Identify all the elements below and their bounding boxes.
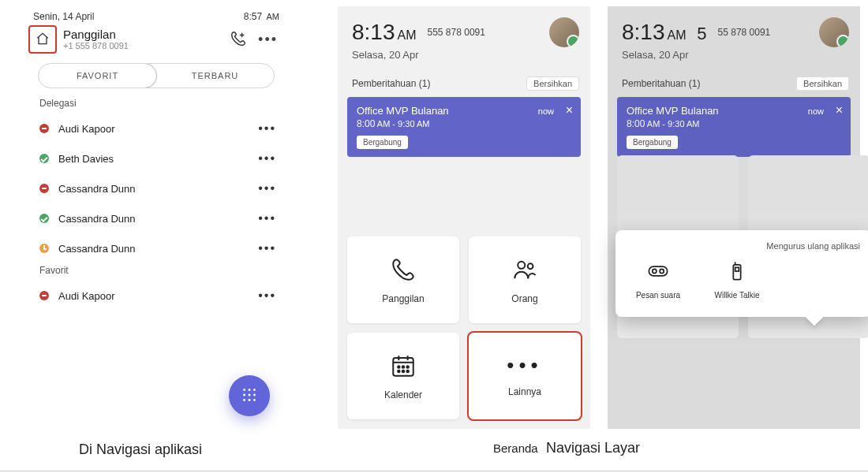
contact-row[interactable]: Cassandra Dunn ••• [25,233,287,263]
svg-point-4 [249,393,251,396]
svg-rect-29 [735,267,739,271]
svg-point-5 [253,393,256,396]
svg-point-16 [402,370,405,372]
close-icon[interactable]: × [566,103,573,117]
home-screen-popover: 8:13AM 5 55 878 0091 Selasa, 20 Apr Pemb… [608,6,860,429]
tab-recent[interactable]: TERBARU [156,64,274,88]
more-icon: ••• [507,355,542,375]
new-call-icon[interactable] [230,30,247,50]
contact-row[interactable]: Beth Davies ••• [25,143,287,173]
tile-calls[interactable]: Panggilan [347,236,459,323]
overflow-icon[interactable]: ••• [258,32,278,48]
page-title: Panggilan [63,28,129,42]
tile-more[interactable]: ••• Lainnya [469,333,581,419]
svg-point-0 [243,389,245,391]
close-icon[interactable]: × [836,103,843,117]
tile-calendar[interactable]: Kalender [347,333,459,419]
row-overflow-icon[interactable]: ••• [258,121,276,136]
tile-placeholder [617,155,739,242]
contact-row[interactable]: Cassandra Dunn ••• [25,173,287,203]
bottom-divider [0,471,868,471]
phone-icon [390,256,417,293]
notifications-label: Pemberitahuan (1) [352,78,430,89]
caption-left: Di Navigasi aplikasi [79,441,202,458]
meeting-card[interactable]: Office MVP Bulanan 8:00 AM - 9:30 AM now… [347,97,581,157]
people-icon [511,256,538,293]
notifications-header: Pemberitahuan (1) Bersihkan [608,70,860,94]
svg-point-1 [249,389,251,391]
tab-favorites[interactable]: FAVORIT [38,63,157,88]
walkie-talkie-icon [726,260,748,291]
notif-count: 5 [697,24,706,43]
svg-point-7 [249,398,251,400]
dialpad-fab[interactable] [229,375,270,416]
notifications-header: Pemberitahuan (1) Bersihkan [338,70,590,94]
clear-button[interactable]: Bersihkan [796,76,849,91]
svg-point-12 [398,366,400,368]
status-bar: Senin, 14 April 8:57 AM [25,6,287,22]
status-time: 8:57 AM [244,11,279,22]
presence-available-icon [39,214,49,223]
popover-heading[interactable]: Mengurus ulang aplikasi [627,241,860,251]
join-button[interactable]: Bergabung [357,136,408,149]
tile-people[interactable]: Orang [469,236,581,323]
tab-bar: FAVORIT TERBARU [38,63,275,88]
svg-point-8 [253,398,256,400]
section-favorites: Favorit [25,263,287,281]
clock: 8:13AM 5 [622,20,707,45]
caption-right: Navigasi Layar [546,440,640,456]
popover-item-walkie-talkie[interactable]: Willkie Talkie [709,260,765,300]
more-apps-popover: Mengurus ulang aplikasi Pesan suara [615,230,868,317]
presence-busy-icon [39,291,49,300]
phone-number: 55 878 0091 [718,27,771,38]
avatar[interactable] [819,17,849,47]
popover-item-voicemail[interactable]: Pesan suara [630,260,687,300]
row-overflow-icon[interactable]: ••• [258,211,276,225]
phone-number: 555 878 0091 [428,27,485,38]
contact-row[interactable]: Audi Kapoor ••• [25,281,287,311]
tile-placeholder [748,155,868,242]
home-screen: 8:13AM 555 878 0091 Selasa, 20 Apr Pembe… [338,6,590,429]
app-tile-grid: Panggilan Orang [347,236,581,419]
caption-mid: Beranda [493,441,538,455]
home-button-highlight[interactable] [28,25,57,54]
row-overflow-icon[interactable]: ••• [258,151,276,166]
status-date: Senin, 14 April [33,11,94,22]
row-overflow-icon[interactable]: ••• [258,181,276,196]
svg-point-9 [518,261,525,268]
notifications-label: Pemberitahuan (1) [622,78,700,89]
join-button[interactable]: Bergabung [627,136,678,149]
meeting-time: 8:00 AM - 9:30 AM [357,118,571,129]
presence-busy-icon [39,124,49,133]
svg-rect-25 [649,266,667,276]
svg-point-13 [402,366,405,368]
row-overflow-icon[interactable]: ••• [258,289,276,303]
meeting-now-badge: now [808,106,824,116]
svg-point-17 [406,370,409,372]
svg-point-10 [528,263,533,269]
contact-row[interactable]: Audi Kapoor ••• [25,114,287,143]
presence-away-icon [39,244,49,253]
calls-screen: Senin, 14 April 8:57 AM Panggilan +1 555… [25,6,287,429]
home-icon [35,31,51,49]
svg-point-6 [243,398,245,400]
meeting-card[interactable]: Office MVP Bulanan 8:00 AM - 9:30 AM now… [617,97,851,157]
presence-available-icon [39,154,49,163]
presence-busy-icon [39,184,49,193]
dialpad-icon [241,386,258,406]
meeting-now-badge: now [538,106,554,116]
date-label: Selasa, 20 Apr [338,49,590,70]
svg-point-15 [398,370,400,372]
voicemail-icon [647,260,669,291]
clear-button[interactable]: Bersihkan [526,76,579,91]
svg-point-3 [243,393,245,396]
row-overflow-icon[interactable]: ••• [258,241,276,255]
header-text: Panggilan +1 555 878 0091 [63,28,129,51]
section-delegates: Delegasi [25,96,287,114]
top-bar: 8:13AM 555 878 0091 [338,6,590,49]
contact-row[interactable]: Cassandra Dunn ••• [25,203,287,233]
avatar[interactable] [549,17,579,47]
clock: 8:13AM [352,20,417,45]
svg-point-27 [660,269,664,273]
calendar-icon [390,352,417,389]
